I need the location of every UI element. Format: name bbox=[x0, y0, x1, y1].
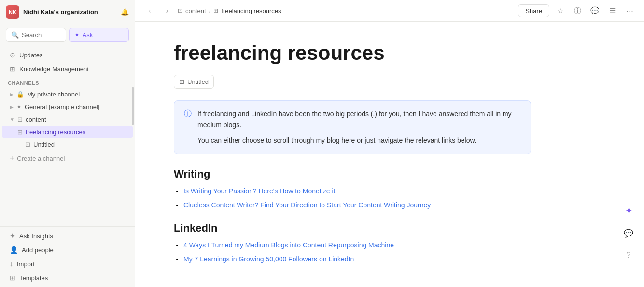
org-bar: NK Nidhi Kala's organization 🔔 bbox=[0, 0, 135, 24]
sidebar-bottom: ✦ Ask Insights 👤 Add people ↓ Import ⊞ T… bbox=[0, 226, 135, 287]
templates-label: Templates bbox=[19, 274, 48, 282]
knowledge-label: Knowledge Management bbox=[19, 66, 89, 73]
knowledge-icon: ⊞ bbox=[10, 65, 15, 73]
updates-label: Updates bbox=[19, 52, 42, 59]
main-area: ‹ › ⊡ content / ⊞ freelancing resources … bbox=[135, 0, 644, 287]
sidebar-item-add-people[interactable]: 👤 Add people bbox=[2, 243, 133, 257]
channel-label-general: General [example channel] bbox=[25, 103, 99, 110]
topbar: ‹ › ⊡ content / ⊞ freelancing resources … bbox=[135, 0, 644, 22]
ask-insights-icon: ✦ bbox=[10, 232, 15, 240]
sidebar-actions: 🔍 Search ✦ Ask bbox=[0, 24, 135, 46]
bell-icon[interactable]: 🔔 bbox=[121, 8, 129, 16]
info-circle-icon: ⓘ bbox=[184, 109, 192, 119]
linkedin-link-1[interactable]: 4 Ways I Turned my Medium Blogs into Con… bbox=[183, 241, 394, 249]
sidebar-item-updates[interactable]: ⊙ Updates bbox=[2, 48, 133, 62]
breadcrumb: ⊡ content / ⊞ freelancing resources bbox=[178, 7, 514, 14]
channel-label-content: content bbox=[26, 116, 46, 123]
expand-icon: ▶ bbox=[10, 104, 14, 109]
writing-list: Is Writing Your Passion? Here's How to M… bbox=[174, 186, 531, 210]
help-icon[interactable]: ? bbox=[621, 247, 636, 263]
topbar-actions: Share ☆ ⓘ 💬 ☰ ⋯ bbox=[518, 4, 636, 17]
sub-doc-link[interactable]: ⊞ Untitled bbox=[174, 75, 214, 89]
channel-label-private: My private channel bbox=[27, 91, 80, 98]
comments-icon[interactable]: 💬 bbox=[588, 4, 602, 17]
info-text: If freelancing and LinkedIn have been th… bbox=[197, 109, 521, 146]
breadcrumb-doc[interactable]: content bbox=[185, 7, 206, 14]
doc-icon: ⊡ bbox=[25, 141, 30, 148]
sub-doc-icon: ⊞ bbox=[179, 78, 184, 85]
import-icon: ↓ bbox=[10, 260, 13, 268]
plus-icon: + bbox=[10, 154, 14, 163]
ask-insights-label: Ask Insights bbox=[19, 232, 53, 240]
create-channel-button[interactable]: + Create a channel bbox=[2, 151, 133, 165]
share-button[interactable]: Share bbox=[518, 4, 549, 17]
ask-label: Ask bbox=[83, 31, 93, 39]
add-people-label: Add people bbox=[22, 246, 54, 254]
more-icon[interactable]: ⋯ bbox=[623, 4, 636, 17]
create-channel-label: Create a channel bbox=[17, 155, 65, 162]
comment-float-icon[interactable]: 💬 bbox=[621, 225, 636, 241]
expand-icon: ▼ bbox=[10, 117, 14, 122]
page-title: freelancing resources bbox=[174, 41, 531, 65]
section-title-linkedin: LinkedIn bbox=[174, 222, 531, 234]
org-avatar: NK bbox=[6, 5, 19, 19]
org-name: Nidhi Kala's organization bbox=[23, 8, 117, 15]
list-item: Clueless Content Writer? Find Your Direc… bbox=[183, 200, 531, 210]
list-item: Is Writing Your Passion? Here's How to M… bbox=[183, 186, 531, 196]
writing-link-2[interactable]: Clueless Content Writer? Find Your Direc… bbox=[183, 201, 431, 209]
doc-icon: ⊡ bbox=[178, 7, 182, 14]
forward-button[interactable]: › bbox=[160, 4, 174, 17]
back-button[interactable]: ‹ bbox=[143, 4, 156, 17]
breadcrumb-separator: / bbox=[209, 7, 211, 14]
channel-item-content[interactable]: ▼ ⊡ content bbox=[2, 113, 133, 125]
info-text-line1: If freelancing and LinkedIn have been th… bbox=[197, 109, 521, 130]
scrollbar-thumb[interactable] bbox=[132, 87, 134, 125]
sub-doc-label: Untitled bbox=[187, 78, 209, 85]
info-text-line2: You can either choose to scroll through … bbox=[197, 135, 521, 146]
channel-item-general[interactable]: ▶ ✦ General [example channel] bbox=[2, 101, 133, 113]
sidebar-item-knowledge[interactable]: ⊞ Knowledge Management bbox=[2, 62, 133, 76]
search-button[interactable]: 🔍 Search bbox=[6, 28, 66, 42]
general-icon: ✦ bbox=[16, 103, 22, 110]
sidebar-item-import[interactable]: ↓ Import bbox=[2, 257, 133, 271]
sidebar-item-templates[interactable]: ⊞ Templates bbox=[2, 271, 133, 285]
sidebar-content: ⊙ Updates ⊞ Knowledge Management CHANNEL… bbox=[0, 46, 135, 226]
add-people-icon: 👤 bbox=[10, 246, 18, 254]
menu-icon[interactable]: ☰ bbox=[605, 4, 619, 17]
updates-icon: ⊙ bbox=[10, 51, 15, 59]
search-label: Search bbox=[22, 31, 42, 39]
grid-icon: ⊞ bbox=[17, 128, 23, 136]
list-item: My 7 Learnings in Growing 50,000 Followe… bbox=[183, 254, 531, 264]
channel-item-private[interactable]: ▶ 🔒 My private channel bbox=[2, 88, 133, 100]
channels-label: CHANNELS bbox=[0, 76, 135, 88]
lock-icon: 🔒 bbox=[16, 91, 24, 98]
import-label: Import bbox=[17, 260, 35, 268]
sidebar-item-ask-insights[interactable]: ✦ Ask Insights bbox=[2, 229, 133, 243]
ask-sparkle-icon: ✦ bbox=[74, 31, 80, 39]
section-title-writing: Writing bbox=[174, 168, 531, 180]
ask-button[interactable]: ✦ Ask bbox=[69, 28, 129, 42]
writing-link-1[interactable]: Is Writing Your Passion? Here's How to M… bbox=[183, 187, 335, 195]
content-icon: ⊡ bbox=[17, 116, 23, 123]
info-box: ⓘ If freelancing and LinkedIn have been … bbox=[174, 100, 531, 154]
page-content: freelancing resources ⊞ Untitled ⓘ If fr… bbox=[135, 22, 570, 287]
search-icon: 🔍 bbox=[11, 31, 19, 39]
linkedin-list: 4 Ways I Turned my Medium Blogs into Con… bbox=[174, 240, 531, 264]
info-icon[interactable]: ⓘ bbox=[571, 4, 584, 17]
breadcrumb-current: freelancing resources bbox=[221, 7, 281, 14]
linkedin-link-2[interactable]: My 7 Learnings in Growing 50,000 Followe… bbox=[183, 255, 354, 263]
star-icon[interactable]: ☆ bbox=[553, 4, 567, 17]
freelancing-label: freelancing resources bbox=[26, 128, 85, 136]
sidebar-item-untitled[interactable]: ⊡ Untitled bbox=[2, 138, 133, 150]
templates-icon: ⊞ bbox=[10, 274, 15, 282]
sidebar: NK Nidhi Kala's organization 🔔 🔍 Search … bbox=[0, 0, 135, 287]
expand-icon: ▶ bbox=[10, 92, 14, 97]
ai-sparkle-icon[interactable]: ✦ bbox=[621, 203, 636, 219]
grid-icon: ⊞ bbox=[213, 7, 218, 14]
list-item: 4 Ways I Turned my Medium Blogs into Con… bbox=[183, 240, 531, 250]
untitled-label: Untitled bbox=[33, 141, 55, 148]
sidebar-item-freelancing[interactable]: ⊞ freelancing resources bbox=[2, 126, 133, 138]
